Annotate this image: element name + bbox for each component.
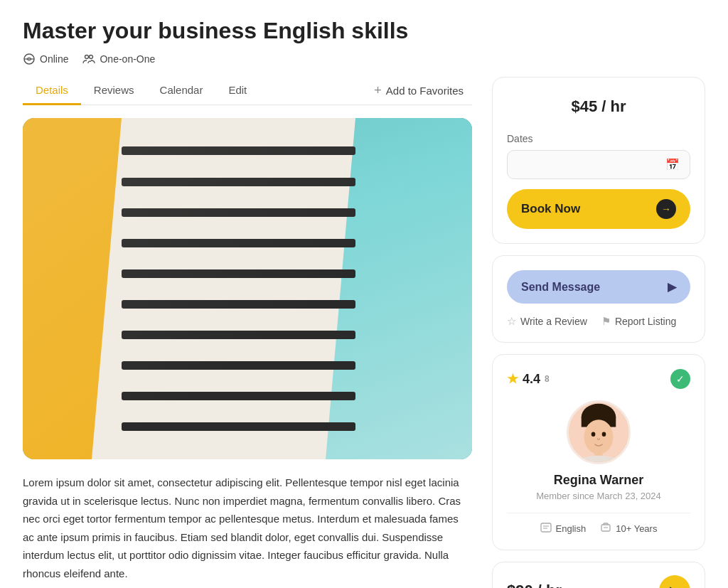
star-outline-icon: ☆ [507, 315, 516, 328]
book-now-arrow-icon: → [656, 199, 676, 219]
calendar-icon: 📅 [665, 158, 680, 171]
action-links: ☆ Write a Review ⚑ Report Listing [507, 315, 690, 328]
date-input[interactable]: 📅 [507, 150, 690, 179]
rating-score: ★ 4.48 [507, 371, 550, 387]
report-listing-link[interactable]: ⚑ Report Listing [601, 315, 676, 328]
svg-point-7 [584, 420, 613, 455]
bottom-send-button[interactable]: ▶ [659, 575, 690, 588]
language-icon [540, 522, 552, 535]
add-favorites-button[interactable]: + Add to Favorites [365, 77, 472, 104]
write-review-link[interactable]: ☆ Write a Review [507, 315, 587, 328]
contact-card: Send Message ▶ ☆ Write a Review ⚑ Report… [492, 255, 705, 343]
tutor-since: Member since March 23, 2024 [507, 491, 690, 501]
tutor-name: Regina Warner [507, 473, 690, 488]
send-message-label: Send Message [521, 281, 600, 294]
flag-icon: ⚑ [601, 315, 611, 328]
price-display: $45 / hr [507, 92, 690, 122]
tutor-meta: English 10+ Years [507, 513, 690, 535]
bottom-price: $90 / hr [507, 582, 562, 588]
tutor-experience-label: 10+ Years [616, 523, 657, 534]
svg-point-3 [90, 55, 93, 59]
rating-value: 4.4 [523, 372, 540, 387]
person-icon [82, 53, 95, 65]
tutor-card: ★ 4.48 ✓ [492, 354, 705, 550]
write-review-label: Write a Review [520, 316, 587, 327]
experience-icon [600, 522, 611, 535]
tabs-nav: Details Reviews Calendar Edit [23, 77, 365, 105]
send-message-button[interactable]: Send Message ▶ [507, 270, 690, 304]
star-filled-icon: ★ [507, 371, 518, 387]
book-now-button[interactable]: Book Now → [507, 189, 690, 229]
svg-point-8 [592, 432, 596, 437]
verified-icon: ✓ [670, 369, 690, 389]
svg-point-9 [602, 432, 606, 437]
page-title: Master your business English skills [23, 17, 705, 44]
svg-rect-12 [541, 523, 551, 532]
tab-edit[interactable]: Edit [215, 77, 259, 105]
description-text: Lorem ipsum dolor sit amet, consectetur … [23, 474, 472, 582]
rating-header: ★ 4.48 ✓ [507, 369, 690, 389]
online-badge: Online [23, 53, 68, 65]
send-arrow-icon: ▶ [668, 280, 676, 294]
online-icon [23, 53, 36, 65]
report-listing-label: Report Listing [615, 316, 676, 327]
tab-details[interactable]: Details [23, 77, 81, 105]
book-now-label: Book Now [521, 202, 580, 216]
tutor-language: English [540, 522, 587, 535]
rating-count: 8 [545, 374, 550, 384]
booking-card: $45 / hr Dates 📅 Book Now → [492, 77, 705, 244]
main-column: Details Reviews Calendar Edit + Add to F… [23, 77, 472, 582]
plus-icon: + [374, 83, 382, 98]
bottom-price-card: $90 / hr ▶ [492, 562, 705, 588]
bottom-send-icon: ▶ [670, 583, 680, 588]
hero-image [23, 118, 472, 459]
svg-point-2 [85, 55, 89, 59]
online-label: Online [40, 53, 68, 65]
tutor-language-label: English [556, 523, 587, 534]
type-label: One-on-One [100, 53, 155, 65]
tab-calendar[interactable]: Calendar [147, 77, 216, 105]
type-badge: One-on-One [82, 53, 155, 65]
tutor-avatar [567, 400, 631, 464]
sidebar: $45 / hr Dates 📅 Book Now → Send Message… [492, 77, 705, 588]
add-favorites-label: Add to Favorites [386, 85, 464, 97]
dates-label: Dates [507, 133, 690, 144]
meta-badges: Online One-on-One [23, 53, 705, 65]
tabs-bar: Details Reviews Calendar Edit + Add to F… [23, 77, 472, 105]
tutor-experience: 10+ Years [600, 522, 657, 535]
tab-reviews[interactable]: Reviews [81, 77, 147, 105]
